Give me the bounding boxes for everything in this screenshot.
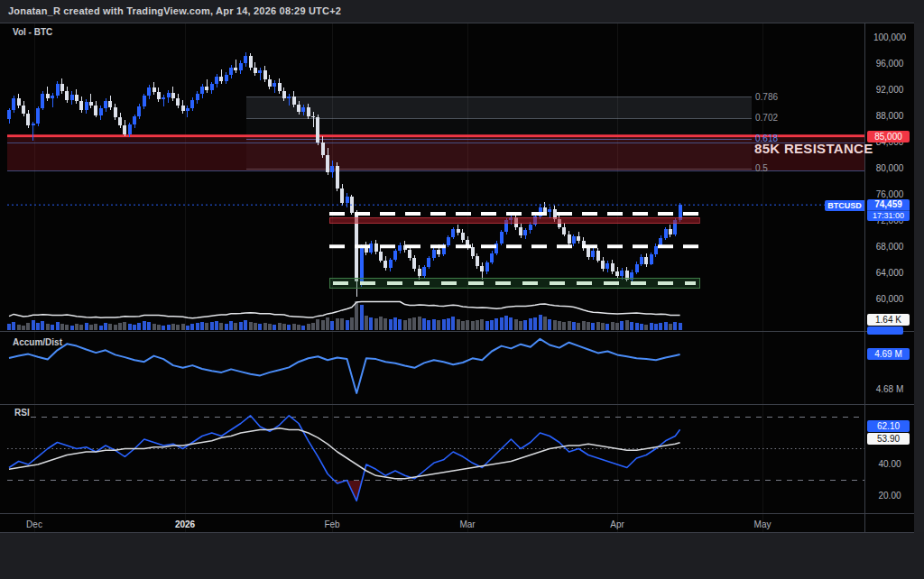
- price-axis-tick[interactable]: 80,000: [869, 163, 910, 173]
- resistance-price-badge: 85,000: [867, 131, 910, 142]
- price-axis-tick[interactable]: 60,000: [869, 294, 910, 304]
- time-axis-label[interactable]: Mar: [459, 519, 475, 529]
- fib-level-label: 0.786: [755, 92, 778, 102]
- price-axis-tick[interactable]: 96,000: [869, 59, 910, 69]
- time-axis-label[interactable]: Feb: [324, 519, 339, 529]
- price-axis-tick[interactable]: 64,000: [869, 268, 910, 278]
- fib-level-label: 0.702: [755, 113, 778, 123]
- chart-plot-svg[interactable]: [0, 0, 924, 579]
- rsi-axis-tick[interactable]: 40.00: [869, 459, 910, 469]
- rsi-legend[interactable]: RSI: [14, 408, 30, 418]
- accum-dist-axis-tick[interactable]: 4.68 M: [869, 384, 910, 394]
- accum-dist-legend[interactable]: Accum/Dist: [13, 337, 62, 347]
- tradingview-published-chart: Jonatan_R created with TradingView.com, …: [0, 0, 924, 579]
- price-axis-tick[interactable]: 76,000: [869, 189, 910, 199]
- fib-level-label: 0.5: [755, 163, 768, 173]
- rsi-ma-value-badge: 53.90: [867, 433, 910, 445]
- time-axis-label[interactable]: Dec: [26, 519, 42, 529]
- time-axis-label[interactable]: 2026: [175, 519, 195, 529]
- time-axis-label[interactable]: May: [754, 519, 772, 529]
- volume-legend[interactable]: Vol - BTC: [13, 27, 52, 37]
- volume-value-badge-clipped: [867, 326, 903, 335]
- price-axis-tick[interactable]: 68,000: [869, 242, 910, 252]
- symbol-label-badge: BTCUSD: [825, 200, 864, 211]
- accum-dist-value-badge: 4.69 M: [867, 348, 910, 360]
- rsi-value-badge: 62.10: [867, 420, 910, 432]
- volume-ma-badge: 1.64 K: [867, 314, 910, 326]
- last-price-value: 74,459: [867, 199, 910, 210]
- rsi-axis-tick[interactable]: 20.00: [869, 491, 910, 501]
- price-axis-tick[interactable]: 92,000: [869, 85, 910, 95]
- price-axis-tick[interactable]: 100,000: [869, 32, 910, 42]
- time-axis-label[interactable]: Apr: [610, 519, 624, 529]
- last-price-badge: 74,459 17:31:00: [867, 199, 910, 221]
- bar-countdown: 17:31:00: [867, 210, 910, 221]
- price-axis-tick[interactable]: 88,000: [869, 111, 910, 121]
- resistance-annotation[interactable]: 85K RESISTANCE: [754, 141, 873, 156]
